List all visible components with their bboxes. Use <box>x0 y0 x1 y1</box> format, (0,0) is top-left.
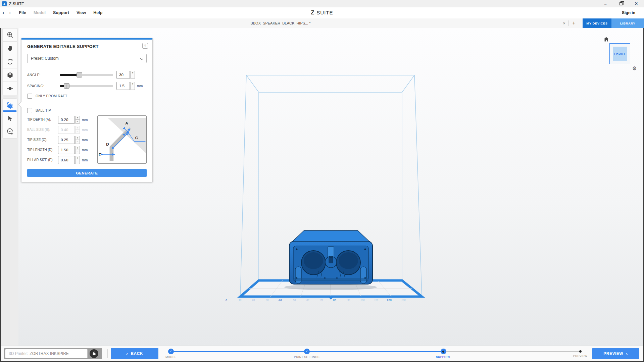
angle-label: ANGLE: <box>27 73 60 77</box>
printer-selector: 3D Printer: ZORTRAX INKSPIRE <box>4 348 102 359</box>
spin-up[interactable]: + <box>75 156 80 160</box>
ball-tip-checkbox[interactable] <box>27 108 32 113</box>
spacing-spin-up[interactable]: + <box>130 82 135 86</box>
step-support[interactable]: SUPPORT <box>423 349 463 359</box>
menu-file[interactable]: File <box>15 10 30 15</box>
generate-button[interactable]: GENERATE <box>27 169 147 177</box>
spin-up: + <box>75 126 80 130</box>
nav-back-icon[interactable]: ‹ <box>0 10 7 15</box>
preset-dropdown[interactable]: Preset: Custom <box>27 54 147 63</box>
library-button[interactable]: LIBRARY <box>611 18 644 28</box>
spin-down[interactable]: − <box>75 140 80 144</box>
spin-down[interactable]: − <box>75 119 80 124</box>
my-devices-button[interactable]: MY DEVICES <box>583 18 611 28</box>
step-check-icon[interactable]: ✓ <box>168 349 174 354</box>
lock-icon <box>92 352 96 356</box>
only-from-raft-checkbox[interactable] <box>27 94 32 99</box>
view-cube[interactable]: FRONT <box>609 43 630 64</box>
angle-input[interactable]: 30 <box>116 71 130 79</box>
spacing-slider-thumb[interactable] <box>64 83 69 89</box>
support-gear-icon <box>6 101 14 109</box>
tip-length-row: TIP LENGTH (D): 1.50 +− mm <box>27 146 97 154</box>
divider <box>27 103 147 103</box>
step-print-settings[interactable]: ✓ PRINT SETTINGS <box>287 349 327 359</box>
support-panel: GENERATE EDITABLE SUPPORT ? Preset: Cust… <box>21 38 153 182</box>
plate-ruler: 0 10 20 30 40 50 60 70 80 90 100 110 120… <box>18 299 643 303</box>
cube-view-icon <box>7 72 13 79</box>
spin-down[interactable]: − <box>75 150 80 154</box>
diagram-label-d: D <box>106 142 109 146</box>
stepper-line-upcoming <box>446 351 579 352</box>
menu-model[interactable]: Model <box>30 10 49 15</box>
tip-size-input[interactable]: 0.25 <box>58 136 75 144</box>
document-tab[interactable]: BBOX_SPEAKER_BLACK_HIPS... * <box>213 18 348 28</box>
help-button[interactable]: ? <box>142 43 148 49</box>
spacing-spin-down[interactable]: − <box>130 86 135 90</box>
spacing-unit: mm <box>137 84 143 88</box>
title-bar: Z Z-SUITE – × <box>0 0 644 7</box>
support-tip-diagram: A C D E <box>97 115 147 164</box>
ball-tip-label: BALL TIP <box>36 108 51 112</box>
tip-depth-input[interactable]: 0.20 <box>58 116 75 124</box>
new-tab-button[interactable]: + <box>570 18 578 28</box>
add-support-point-button[interactable] <box>2 125 17 139</box>
step-check-icon[interactable]: ✓ <box>304 349 310 354</box>
pillar-size-row: PILLAR SIZE (E): 0.60 +− mm <box>27 156 97 164</box>
step-model[interactable]: ✓ MODEL <box>151 349 191 359</box>
sign-in-link[interactable]: Sign in <box>622 10 635 15</box>
rail-divider <box>1 95 18 98</box>
preset-value: Preset: Custom <box>31 56 59 61</box>
spacing-input[interactable]: 1.5 <box>116 82 130 90</box>
angle-slider-thumb[interactable] <box>77 72 82 77</box>
nav-forward-icon[interactable]: › <box>7 10 13 15</box>
minimize-button[interactable]: – <box>598 0 613 7</box>
close-button[interactable]: × <box>629 0 644 7</box>
angle-spinner: + − <box>130 71 135 79</box>
printer-lock-button[interactable] <box>90 349 98 358</box>
menu-support[interactable]: Support <box>49 10 73 15</box>
mirror-tool-button[interactable] <box>2 82 17 95</box>
printer-input[interactable]: 3D Printer: ZORTRAX INKSPIRE <box>5 349 88 358</box>
restore-button[interactable] <box>613 0 629 7</box>
angle-spin-down[interactable]: − <box>130 75 135 79</box>
step-current-icon[interactable] <box>441 349 446 354</box>
view-cube-front-face[interactable]: FRONT <box>613 47 627 61</box>
spacing-slider[interactable] <box>60 85 113 87</box>
divider <box>27 67 147 67</box>
preview-button[interactable]: PREVIEW › <box>592 348 639 359</box>
ball-size-row: BALL SIZE (B): 0.40 +− mm <box>27 125 97 134</box>
zoom-in-icon <box>6 31 14 39</box>
support-tool-button[interactable] <box>2 98 17 112</box>
zoom-tool-button[interactable] <box>2 28 17 42</box>
mirror-icon <box>7 85 13 92</box>
pan-tool-button[interactable] <box>2 42 17 55</box>
tip-depth-row: TIP DEPTH (A): 0.20 +− mm <box>27 115 97 124</box>
spin-up[interactable]: + <box>75 116 80 120</box>
select-tool-button[interactable] <box>2 112 17 125</box>
only-from-raft-row: ONLY FROM RAFT <box>27 92 147 100</box>
printer-input-value: ZORTRAX INKSPIRE <box>30 351 68 356</box>
tab-close-icon[interactable]: × <box>561 18 567 28</box>
chevron-left-icon: ‹ <box>126 351 128 357</box>
menu-help[interactable]: Help <box>90 10 106 15</box>
only-from-raft-label: ONLY FROM RAFT <box>36 94 67 98</box>
angle-slider[interactable] <box>60 74 113 76</box>
cube-view-button[interactable] <box>2 68 17 82</box>
angle-spin-up[interactable]: + <box>130 71 135 75</box>
step-upcoming-icon[interactable] <box>579 350 582 353</box>
footer-divider <box>107 349 108 358</box>
menu-view[interactable]: View <box>73 10 90 15</box>
ball-size-input: 0.40 <box>58 126 75 134</box>
tip-length-input[interactable]: 1.50 <box>58 146 75 154</box>
window-controls: – × <box>598 0 644 7</box>
spin-down[interactable]: − <box>75 160 80 164</box>
rotate-view-button[interactable] <box>2 55 17 68</box>
viewport-settings-gear-icon[interactable]: ⚙ <box>632 66 637 71</box>
rotate-view-icon <box>6 58 14 65</box>
pillar-size-input[interactable]: 0.60 <box>58 156 75 164</box>
spin-up[interactable]: + <box>75 146 80 150</box>
home-view-icon[interactable] <box>604 37 609 42</box>
viewport-3d[interactable]: 0 10 20 30 40 50 60 70 80 90 100 110 120… <box>18 28 643 346</box>
spin-up[interactable]: + <box>75 136 80 140</box>
model-speaker[interactable] <box>285 228 377 288</box>
